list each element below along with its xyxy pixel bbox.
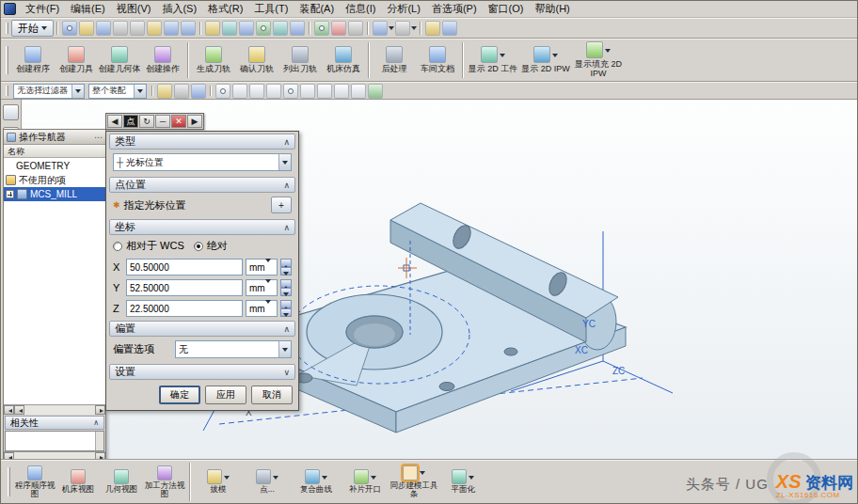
measure-distance-icon[interactable] [348,21,363,36]
toolbar-grip[interactable] [6,46,8,73]
scroll-track[interactable] [24,405,95,415]
shop-documentation-button[interactable]: 车间文档 [416,45,459,75]
menu-format[interactable]: 格式(R) [202,1,248,17]
expand-icon[interactable] [6,190,14,198]
dialog-reset-icon[interactable]: ↻ [139,115,154,128]
dialog-forward-icon[interactable]: ▶ [187,115,202,128]
create-program-button[interactable]: 创建程序 [11,45,55,75]
cancel-button[interactable]: 取消 [251,386,293,404]
x-unit-combo[interactable]: mm [246,259,278,276]
composite-curve-button[interactable]: 复合曲线 [292,469,341,494]
point-location-section-header[interactable]: 点位置 ∧ [109,177,295,193]
cut-icon[interactable] [113,21,128,36]
snap-arc-center-icon[interactable] [283,84,298,99]
menu-file[interactable]: 文件(F) [20,1,65,17]
snap-point-on-surface-icon[interactable] [351,84,366,99]
settings-section-header[interactable]: 设置 ∨ [109,364,295,380]
program-order-view-button[interactable]: 程序顺序视图 [13,465,56,499]
menu-edit[interactable]: 编辑(E) [65,1,111,17]
sketch-icon[interactable] [205,21,220,36]
list-toolpath-button[interactable]: 列出刀轨 [278,45,322,75]
snap-grid-icon[interactable] [368,84,383,99]
copy-icon[interactable] [130,21,145,36]
base-hole-3[interactable] [504,348,517,355]
x-value-input[interactable] [126,259,243,276]
tree-row-mcs-mill[interactable]: MCS_MILL [4,187,105,201]
postprocess-button[interactable]: 后处理 [373,45,416,75]
flatten-button[interactable]: 平面化 [438,469,487,494]
toolbar-grip[interactable] [8,467,10,497]
relative-to-wcs-radio[interactable]: 相对于 WCS [113,239,184,253]
menu-insert[interactable]: 插入(S) [156,1,202,17]
snap-intersection-icon[interactable] [266,84,281,99]
dialog-close-icon[interactable]: ✕ [171,115,186,128]
navigator-hscrollbar[interactable] [4,404,105,415]
point-constructor-button[interactable]: + [271,197,292,213]
menu-view[interactable]: 视图(V) [111,1,157,17]
menu-information[interactable]: 信息(I) [340,1,381,17]
show-2d-ipw-button[interactable]: 显示 2D IPW [519,45,572,75]
redo-icon[interactable] [181,21,196,36]
z-value-input[interactable] [126,300,243,317]
coordinates-section-header[interactable]: 坐标 ∧ [109,219,295,235]
edge-blend-icon[interactable] [290,21,305,36]
type-section-header[interactable]: 类型 ∧ [109,134,295,150]
patch-opening-button[interactable]: 补片开口 [341,469,389,494]
scroll-left-icon[interactable] [4,405,14,415]
orient-view-icon[interactable] [373,21,388,36]
show-2d-workpiece-button[interactable]: 显示 2D 工件 [467,45,519,75]
point-button[interactable]: 点... [243,469,292,494]
geometry-view-button[interactable]: 几何视图 [100,469,143,494]
verify-toolpath-button[interactable]: 确认刀轨 [235,45,278,75]
show-filled-2d-ipw-button[interactable]: 显示填充 2D IPW [572,40,625,80]
absolute-radio[interactable]: 绝对 [194,239,228,253]
menu-window[interactable]: 窗口(O) [483,1,530,17]
hole-icon[interactable] [256,21,271,36]
type-filter-icon[interactable] [157,84,172,99]
datum-plane-icon[interactable] [222,21,237,36]
help-icon[interactable] [442,21,457,36]
dependencies-header[interactable]: 相关性 ∧ [5,416,104,430]
y-unit-combo[interactable]: mm [246,279,278,296]
apply-button[interactable]: 应用 [205,386,246,404]
start-menu-button[interactable]: 开始 [11,20,54,37]
ok-button[interactable]: 确定 [159,386,200,404]
snap-existing-point-icon[interactable] [317,84,332,99]
paste-icon[interactable] [147,21,162,36]
snap-quadrant-icon[interactable] [300,84,315,99]
rendering-style-dropdown-icon[interactable] [411,26,417,33]
selection-filter-combo[interactable]: 无选择过滤器 [13,84,85,99]
snap-point-menu-icon[interactable] [215,84,230,99]
draft-button[interactable]: 拔模 [194,469,243,494]
name-column-header[interactable]: 名称 [4,145,105,158]
dialog-title-chip[interactable]: 点 [123,115,138,128]
create-geometry-button[interactable]: 创建几何体 [98,45,141,75]
z-unit-combo[interactable]: mm [246,300,278,317]
machine-simulation-button[interactable]: 机床仿真 [322,45,365,75]
y-spinner[interactable] [280,279,292,296]
move-object-icon[interactable] [331,21,346,36]
menu-tools[interactable]: 工具(T) [248,1,294,17]
z-spinner[interactable] [280,300,292,317]
more-options-icon[interactable]: ⋯ [94,133,103,142]
create-operation-button[interactable]: 创建操作 [141,45,184,75]
point-type-combo[interactable]: ┼ 光标位置 [113,153,292,171]
scroll-left-icon[interactable] [14,405,24,415]
dependencies-vscrollbar[interactable] [95,432,103,450]
window-icon[interactable] [425,21,440,36]
toolbar-grip[interactable] [6,86,8,96]
base-hole-2[interactable] [439,383,454,391]
offset-section-header[interactable]: 偏置 ∧ [109,321,295,337]
synchronous-modeling-toolbar-button[interactable]: 同步建模工具条 [389,465,438,499]
menu-preferences[interactable]: 首选项(P) [426,1,483,17]
save-icon[interactable] [96,21,111,36]
dialog-back-icon[interactable]: ◀ [107,115,122,128]
menu-analysis[interactable]: 分析(L) [381,1,425,17]
undo-icon[interactable] [164,21,179,36]
menu-assemblies[interactable]: 装配(A) [294,1,340,17]
machine-tool-view-button[interactable]: 机床视图 [56,469,100,494]
tree-row-geometry[interactable]: GEOMETRY [4,159,105,173]
snap-midpoint-icon[interactable] [249,84,264,99]
navigator-titlebar[interactable]: 操作导航器 ⋯ [4,130,105,145]
tree-row-unused-items[interactable]: 不使用的项 [4,173,105,187]
